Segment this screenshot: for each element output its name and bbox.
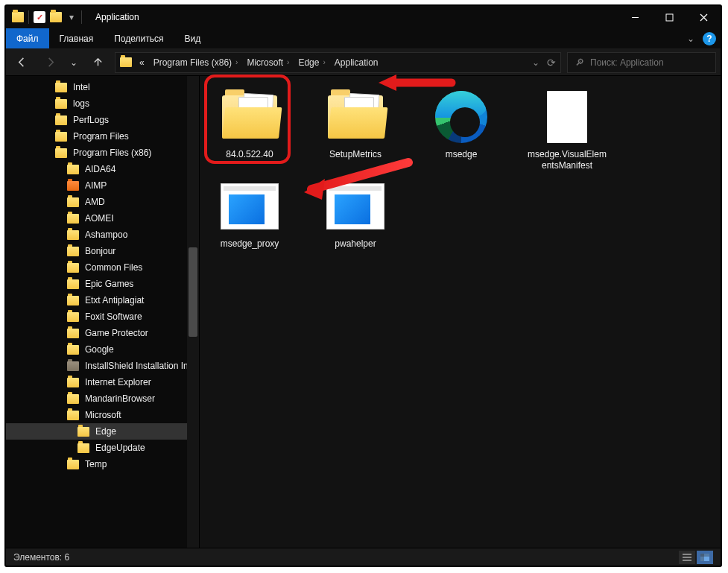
- navigation-tree[interactable]: IntellogsPerfLogsProgram FilesProgram Fi…: [6, 76, 200, 548]
- history-dropdown-icon[interactable]: ⌄: [532, 57, 539, 68]
- scrollbar-thumb[interactable]: [189, 247, 197, 337]
- minimize-button[interactable]: [618, 6, 652, 28]
- forward-button[interactable]: [39, 52, 61, 73]
- tree-item[interactable]: Etxt Antiplagiat: [6, 292, 199, 308]
- folder-icon: [67, 279, 79, 289]
- breadcrumb-segment[interactable]: Microsoft›: [244, 53, 292, 72]
- application-icon: [221, 183, 279, 229]
- tab-share[interactable]: Поделиться: [104, 28, 174, 48]
- folder-icon: [77, 427, 89, 437]
- tree-item[interactable]: EdgeUpdate: [6, 440, 199, 456]
- file-item-label: pwahelper: [335, 238, 376, 250]
- folder-icon: [12, 12, 24, 22]
- tree-item[interactable]: Intel: [6, 79, 199, 95]
- tree-item-label: Intel: [73, 82, 90, 92]
- folder-icon: [67, 411, 79, 420]
- file-item[interactable]: msedge_proxy: [209, 179, 291, 250]
- address-bar[interactable]: « Program Files (x86)› Microsoft› Edge› …: [115, 52, 561, 73]
- folder-icon: [67, 460, 79, 469]
- refresh-icon[interactable]: ⟳: [547, 57, 556, 69]
- help-button[interactable]: ?: [703, 32, 716, 45]
- divider: [28, 10, 29, 24]
- tree-item[interactable]: Program Files (x86): [6, 145, 199, 161]
- tree-item[interactable]: PerfLogs: [6, 112, 199, 128]
- scrollbar-track[interactable]: [187, 76, 199, 548]
- folder-icon: [67, 214, 79, 224]
- back-button[interactable]: [10, 52, 33, 73]
- file-item[interactable]: 84.0.522.40: [209, 89, 291, 171]
- svg-rect-0: [666, 14, 673, 21]
- tree-item[interactable]: Google: [6, 341, 199, 358]
- application-icon: [326, 183, 384, 229]
- tree-item[interactable]: Program Files: [6, 128, 199, 145]
- tab-home[interactable]: Главная: [49, 28, 104, 48]
- file-item[interactable]: pwahelper: [314, 179, 396, 250]
- tree-item-label: Program Files: [73, 131, 129, 142]
- tree-item-label: Microsoft: [85, 410, 121, 420]
- tree-item-label: AOMEI: [85, 213, 114, 224]
- folder-icon: [55, 115, 67, 125]
- breadcrumb-segment[interactable]: Program Files (x86)›: [151, 53, 241, 72]
- tree-item[interactable]: MandarinBrowser: [6, 390, 199, 407]
- tree-item[interactable]: Epic Games: [6, 276, 199, 292]
- tree-item-label: Edge: [95, 426, 116, 437]
- breadcrumb-prefix[interactable]: «: [136, 53, 148, 72]
- tree-item[interactable]: AMD: [6, 194, 199, 210]
- view-large-icons-button[interactable]: [697, 551, 713, 564]
- file-item[interactable]: msedge.VisualElementsManifest: [526, 89, 608, 171]
- quick-access-toolbar: ✓ ▾: [6, 10, 88, 24]
- file-item-label: 84.0.522.40: [226, 149, 273, 160]
- tree-item-label: Google: [85, 344, 114, 355]
- tree-item[interactable]: Microsoft: [6, 407, 199, 423]
- up-button[interactable]: [86, 52, 109, 73]
- file-item-label: msedge: [446, 149, 478, 160]
- folder-icon: [67, 329, 79, 338]
- ribbon-expand-icon[interactable]: ⌄: [680, 28, 701, 48]
- search-input[interactable]: 🔍︎ Поиск: Application: [567, 52, 716, 73]
- tree-item[interactable]: Ashampoo: [6, 227, 199, 243]
- breadcrumb-segment[interactable]: Edge›: [295, 53, 328, 72]
- view-details-button[interactable]: [679, 551, 695, 564]
- file-list[interactable]: 84.0.522.40SetupMetricsmsedgemsedge.Visu…: [200, 76, 721, 548]
- tree-item[interactable]: AOMEI: [6, 210, 199, 227]
- tree-item[interactable]: Temp: [6, 456, 199, 472]
- qat-dropdown-icon[interactable]: ▾: [66, 12, 77, 22]
- maximize-button[interactable]: [652, 6, 686, 28]
- tree-item[interactable]: AIDA64: [6, 161, 199, 177]
- file-item[interactable]: SetupMetrics: [314, 89, 396, 171]
- document-icon: [547, 91, 587, 143]
- tab-file[interactable]: Файл: [6, 28, 49, 48]
- tree-item-label: AMD: [85, 197, 105, 207]
- folder-icon: [67, 361, 79, 371]
- tree-item[interactable]: Common Files: [6, 259, 199, 276]
- tree-item[interactable]: logs: [6, 95, 199, 112]
- tree-item[interactable]: Bonjour: [6, 243, 199, 259]
- open-folder-icon[interactable]: [50, 12, 62, 22]
- properties-icon[interactable]: ✓: [34, 11, 45, 23]
- folder-icon: [222, 95, 277, 139]
- close-button[interactable]: [686, 6, 721, 28]
- tree-item[interactable]: Foxit Software: [6, 308, 199, 325]
- tree-item[interactable]: Internet Explorer: [6, 374, 199, 390]
- tree-item-label: Bonjour: [85, 246, 115, 256]
- file-item[interactable]: msedge: [420, 89, 502, 171]
- tree-item[interactable]: Game Protector: [6, 325, 199, 341]
- breadcrumb-segment[interactable]: Application: [332, 53, 382, 72]
- tree-item[interactable]: Edge: [6, 423, 199, 440]
- tree-item-label: AIDA64: [85, 164, 115, 174]
- recent-locations-icon[interactable]: ⌄: [67, 52, 80, 73]
- tree-item-label: Epic Games: [85, 279, 133, 289]
- tree-item-label: Ashampoo: [85, 229, 127, 240]
- tree-item[interactable]: InstallShield Installation Informat: [6, 358, 199, 374]
- tree-item[interactable]: AIMP: [6, 177, 199, 194]
- explorer-window: ✓ ▾ Application Файл Главная Поделиться …: [4, 4, 722, 567]
- edge-browser-icon: [435, 91, 487, 143]
- folder-icon: [55, 83, 67, 92]
- window-controls: [618, 6, 721, 28]
- file-item-label: SetupMetrics: [329, 149, 382, 160]
- tab-view[interactable]: Вид: [174, 28, 211, 48]
- folder-icon: [55, 148, 67, 158]
- tree-item-label: Game Protector: [85, 328, 148, 338]
- navigation-bar: ⌄ « Program Files (x86)› Microsoft› Edge…: [6, 49, 721, 76]
- tree-item-label: Internet Explorer: [85, 377, 151, 387]
